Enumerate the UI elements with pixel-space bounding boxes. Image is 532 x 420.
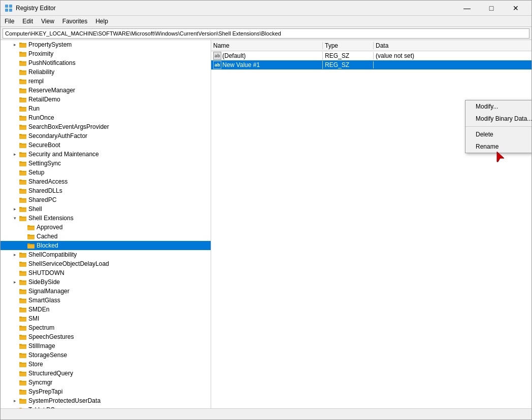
expander-proximity[interactable]	[11, 50, 19, 58]
tree-item-shutdown[interactable]: SHUTDOWN	[1, 268, 211, 277]
tree-item-pushnotifications[interactable]: PushNotifications	[1, 58, 211, 67]
context-menu-modify-binary[interactable]: Modify Binary Data...	[466, 113, 531, 125]
menu-file[interactable]: File	[1, 17, 18, 26]
expander-shellcompatibility[interactable]: ▸	[11, 251, 19, 259]
tree-item-systemprotecteduserdata[interactable]: ▸SystemProtectedUserData	[1, 396, 211, 405]
tree-item-smi[interactable]: SMI	[1, 314, 211, 323]
tree-item-rempl[interactable]: rempl	[1, 77, 211, 86]
expander-smartglass[interactable]	[11, 296, 19, 304]
expander-pushnotifications[interactable]	[11, 59, 19, 67]
expander-shellextensions[interactable]: ▾	[11, 214, 19, 222]
menu-favorites[interactable]: Favorites	[58, 17, 91, 26]
tree-item-syspreptapi[interactable]: SysPrepTapi	[1, 387, 211, 396]
expander-sharedaccess[interactable]	[11, 178, 19, 186]
expander-sidebyside[interactable]: ▸	[11, 278, 19, 286]
expander-systemprotecteduserdata[interactable]: ▸	[11, 397, 19, 405]
tree-item-setup[interactable]: Setup	[1, 168, 211, 177]
tree-item-shellserviceobjectdelayload[interactable]: ShellServiceObjectDelayLoad	[1, 259, 211, 268]
expander-settingsync[interactable]	[11, 159, 19, 167]
menu-view[interactable]: View	[37, 17, 58, 26]
expander-shutdown[interactable]	[11, 269, 19, 277]
expander-stillimage[interactable]	[11, 342, 19, 350]
tree-item-reservemanager[interactable]: ReserveManager	[1, 86, 211, 95]
tree-item-run[interactable]: Run	[1, 104, 211, 113]
tree-item-sharedaccess[interactable]: SharedAccess	[1, 177, 211, 186]
tree-item-smartglass[interactable]: SmartGlass	[1, 296, 211, 305]
tree-item-proximity[interactable]: Proximity	[1, 49, 211, 58]
close-button[interactable]: ✕	[504, 1, 527, 16]
tree-item-secondaryauthfactor[interactable]: SecondaryAuthFactor	[1, 131, 211, 141]
tree-item-blocked[interactable]: Blocked	[1, 241, 211, 250]
tree-item-retaildemo[interactable]: RetailDemo	[1, 95, 211, 104]
expander-sharedpc[interactable]	[11, 196, 19, 204]
tree-item-searchboxeventargsprovider[interactable]: SearchBoxEventArgsProvider	[1, 122, 211, 131]
tree-item-reliability[interactable]: Reliability	[1, 67, 211, 77]
tree-item-signalmanager[interactable]: SignalManager	[1, 287, 211, 296]
expander-propertysystem[interactable]: ▸	[11, 41, 19, 49]
expander-blocked[interactable]	[19, 241, 27, 250]
tree-item-speechgestures[interactable]: SpeechGestures	[1, 332, 211, 341]
maximize-button[interactable]: □	[480, 1, 503, 16]
expander-retaildemo[interactable]	[11, 95, 19, 103]
tree-item-sharedpc[interactable]: SharedPC	[1, 195, 211, 204]
expander-run[interactable]	[11, 104, 19, 113]
expander-storagesense[interactable]	[11, 351, 19, 359]
tree-item-cached[interactable]: Cached	[1, 232, 211, 241]
context-menu-rename[interactable]: Rename	[466, 141, 531, 153]
context-menu-delete[interactable]: Delete	[466, 128, 531, 141]
tree-item-structuredquery[interactable]: StructuredQuery	[1, 369, 211, 378]
tree-item-shareddlls[interactable]: SharedDLLs	[1, 186, 211, 195]
expander-searchboxeventargsprovider[interactable]	[11, 123, 19, 131]
expander-smden[interactable]	[11, 305, 19, 313]
expander-structuredquery[interactable]	[11, 369, 19, 377]
tree-item-shellcompatibility[interactable]: ▸ShellCompatibility	[1, 250, 211, 259]
expander-cached[interactable]	[19, 232, 27, 240]
tree-item-storagesense[interactable]: StorageSense	[1, 351, 211, 360]
expander-setup[interactable]	[11, 168, 19, 177]
expander-speechgestures[interactable]	[11, 333, 19, 341]
expander-syncmgr[interactable]	[11, 378, 19, 387]
expander-securityandmaintenance[interactable]: ▸	[11, 150, 19, 158]
tree-item-smden[interactable]: SMDEn	[1, 305, 211, 314]
address-input[interactable]: Computer\HKEY_LOCAL_MACHINE\SOFTWARE\Mic…	[3, 28, 529, 39]
expander-secureboot[interactable]	[11, 141, 19, 149]
context-menu-modify[interactable]: Modify...	[466, 100, 531, 113]
tree-item-sidebyside[interactable]: ▸SideBySide	[1, 277, 211, 287]
tree-item-store[interactable]: Store	[1, 360, 211, 369]
detail-row-default[interactable]: ab(Default)REG_SZ(value not set)	[211, 51, 531, 60]
expander-approved[interactable]	[19, 223, 27, 231]
tree-item-runonce[interactable]: RunOnce	[1, 113, 211, 122]
tree-item-securityandmaintenance[interactable]: ▸Security and Maintenance	[1, 150, 211, 159]
tree-item-syncmgr[interactable]: Syncmgr	[1, 378, 211, 387]
menu-edit[interactable]: Edit	[18, 17, 37, 26]
expander-shell[interactable]: ▸	[11, 205, 19, 213]
tree-label-smden: SMDEn	[28, 306, 49, 313]
expander-store[interactable]	[11, 360, 19, 368]
folder-icon-syspreptapi	[19, 388, 27, 396]
expander-reliability[interactable]	[11, 68, 19, 76]
expander-shellserviceobjectdelayload[interactable]	[11, 260, 19, 268]
svg-rect-45	[19, 162, 26, 163]
expander-syspreptapi[interactable]	[11, 388, 19, 396]
tree-item-stillimage[interactable]: StillImage	[1, 341, 211, 351]
detail-row-newvalue1[interactable]: abNew Value #1REG_SZ	[211, 60, 531, 69]
tree-label-structuredquery: StructuredQuery	[28, 370, 73, 377]
tree-item-approved[interactable]: Approved	[1, 223, 211, 232]
tree-pane[interactable]: ▸PropertySystemProximityPushNotification…	[1, 40, 211, 408]
expander-rempl[interactable]	[11, 77, 19, 85]
tree-item-secureboot[interactable]: SecureBoot	[1, 141, 211, 150]
tree-item-shellextensions[interactable]: ▾Shell Extensions	[1, 214, 211, 223]
menu-help[interactable]: Help	[91, 17, 112, 26]
minimize-button[interactable]: —	[455, 1, 479, 16]
tree-item-propertysystem[interactable]: ▸PropertySystem	[1, 40, 211, 49]
tree-item-settingsync[interactable]: SettingSync	[1, 159, 211, 168]
expander-signalmanager[interactable]	[11, 287, 19, 295]
tree-item-spectrum[interactable]: Spectrum	[1, 323, 211, 332]
expander-shareddlls[interactable]	[11, 187, 19, 195]
expander-runonce[interactable]	[11, 114, 19, 122]
expander-reservemanager[interactable]	[11, 86, 19, 94]
expander-secondaryauthfactor[interactable]	[11, 132, 19, 140]
tree-item-shell[interactable]: ▸Shell	[1, 204, 211, 214]
expander-smi[interactable]	[11, 314, 19, 323]
expander-spectrum[interactable]	[11, 324, 19, 332]
